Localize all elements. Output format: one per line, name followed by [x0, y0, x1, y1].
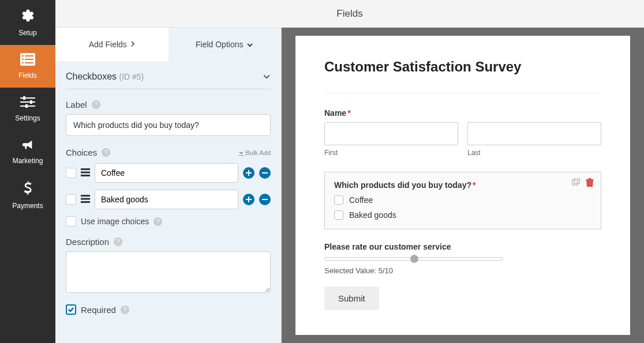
bullhorn-icon	[20, 138, 35, 153]
add-choice-button[interactable]	[243, 167, 254, 179]
submit-button[interactable]: Submit	[324, 287, 379, 310]
add-choice-button[interactable]	[243, 194, 254, 205]
tab-label: Field Options	[196, 40, 243, 49]
tab-label: Add Fields	[89, 40, 127, 49]
svg-rect-8	[20, 97, 35, 99]
duplicate-icon[interactable]	[571, 178, 580, 190]
preview-area: Customer Satisfaction Survey Name* First…	[282, 28, 644, 343]
choice-input[interactable]	[95, 163, 238, 183]
svg-rect-19	[262, 172, 268, 174]
tab-field-options[interactable]: Field Options	[169, 28, 282, 61]
last-name-sublabel: Last	[467, 149, 601, 157]
divider	[324, 93, 601, 93]
drag-handle-icon[interactable]	[81, 167, 90, 179]
dollar-icon	[23, 181, 33, 198]
svg-rect-26	[572, 180, 578, 185]
first-name-sublabel: First	[324, 149, 458, 157]
sidebar-label: Settings	[15, 114, 40, 122]
slider-track[interactable]	[324, 257, 503, 261]
preview-checkbox[interactable]	[334, 210, 343, 220]
svg-rect-11	[23, 96, 25, 100]
svg-rect-2	[22, 55, 24, 56]
slider-thumb[interactable]	[410, 255, 418, 263]
svg-rect-3	[25, 55, 33, 56]
svg-rect-12	[30, 100, 32, 104]
choices-label: Choices	[66, 148, 97, 157]
question-label: Which products did you buy today?*	[334, 180, 591, 190]
svg-rect-15	[81, 171, 90, 173]
svg-rect-22	[81, 201, 90, 203]
description-textarea[interactable]	[66, 251, 271, 293]
svg-rect-20	[81, 195, 90, 197]
tab-add-fields[interactable]: Add Fields	[55, 28, 169, 61]
chevron-down-icon	[263, 71, 271, 82]
svg-rect-16	[81, 175, 90, 176]
sidebar-item-payments[interactable]: Payments	[0, 173, 55, 218]
svg-rect-21	[81, 198, 90, 199]
first-name-input[interactable]	[324, 122, 458, 145]
help-icon[interactable]: ?	[121, 306, 129, 314]
preview-choice[interactable]: Coffee	[334, 195, 591, 205]
image-choices-checkbox[interactable]	[66, 216, 76, 227]
bulk-add-label: Bulk Add	[246, 149, 271, 156]
gear-icon	[20, 8, 35, 25]
sidebar-label: Payments	[12, 202, 43, 210]
sidebar-item-settings[interactable]: Settings	[0, 88, 55, 130]
svg-rect-25	[262, 199, 268, 200]
preview-checkbox[interactable]	[334, 195, 343, 205]
page-header: Fields	[55, 0, 644, 28]
sidebar-item-setup[interactable]: Setup	[0, 0, 55, 45]
label-label: Label	[66, 100, 87, 110]
check-icon	[68, 306, 74, 313]
choice-label: Baked goods	[349, 210, 396, 220]
help-icon[interactable]: ?	[153, 217, 162, 226]
image-choices-label: Use image choices	[81, 217, 149, 226]
section-header[interactable]: Checkboxes (ID #5)	[66, 71, 271, 89]
choice-default-checkbox[interactable]	[66, 168, 76, 178]
slider-value: Selected Value: 5/10	[324, 266, 601, 275]
svg-rect-14	[81, 168, 90, 170]
choice-label: Coffee	[349, 195, 373, 205]
svg-rect-5	[25, 59, 33, 60]
choice-default-checkbox[interactable]	[66, 194, 76, 205]
required-asterisk: *	[473, 180, 475, 190]
remove-choice-button[interactable]	[259, 194, 271, 205]
sidebar: Setup Fields Settings Marketing Payments	[0, 0, 55, 343]
preview-choice[interactable]: Baked goods	[334, 210, 591, 220]
section-id: (ID #5)	[119, 72, 144, 81]
svg-rect-4	[22, 59, 24, 60]
required-checkbox[interactable]	[66, 304, 76, 315]
last-name-input[interactable]	[467, 122, 601, 145]
sidebar-label: Setup	[18, 29, 36, 37]
required-asterisk: *	[347, 108, 350, 118]
svg-rect-6	[22, 62, 24, 63]
choice-row	[66, 190, 271, 209]
help-icon[interactable]: ?	[92, 100, 100, 109]
svg-rect-27	[574, 178, 579, 183]
label-input[interactable]	[66, 114, 271, 136]
sidebar-label: Marketing	[13, 157, 43, 165]
name-field-label: Name*	[324, 108, 601, 118]
drag-handle-icon[interactable]	[81, 194, 90, 206]
download-icon	[238, 150, 244, 156]
choice-row	[66, 163, 271, 183]
bulk-add-button[interactable]: Bulk Add	[238, 149, 271, 156]
help-icon[interactable]: ?	[102, 148, 110, 157]
sidebar-item-fields[interactable]: Fields	[0, 45, 55, 88]
field-options-panel: Add Fields Field Options	[55, 28, 282, 343]
slider-field-label: Please rate our customer service	[324, 242, 601, 251]
svg-rect-18	[246, 172, 252, 174]
list-icon	[20, 53, 35, 68]
chevron-right-icon	[130, 40, 135, 49]
selected-field[interactable]: Which products did you buy today?* Coffe…	[324, 172, 601, 229]
svg-rect-24	[246, 199, 252, 200]
remove-choice-button[interactable]	[259, 167, 271, 179]
choice-input[interactable]	[95, 190, 238, 209]
help-icon[interactable]: ?	[114, 238, 122, 246]
page-title: Fields	[336, 8, 362, 20]
chevron-down-icon	[246, 40, 253, 49]
trash-icon[interactable]	[586, 178, 594, 190]
sliders-icon	[20, 96, 35, 111]
sidebar-item-marketing[interactable]: Marketing	[0, 130, 55, 173]
svg-rect-9	[20, 101, 35, 103]
